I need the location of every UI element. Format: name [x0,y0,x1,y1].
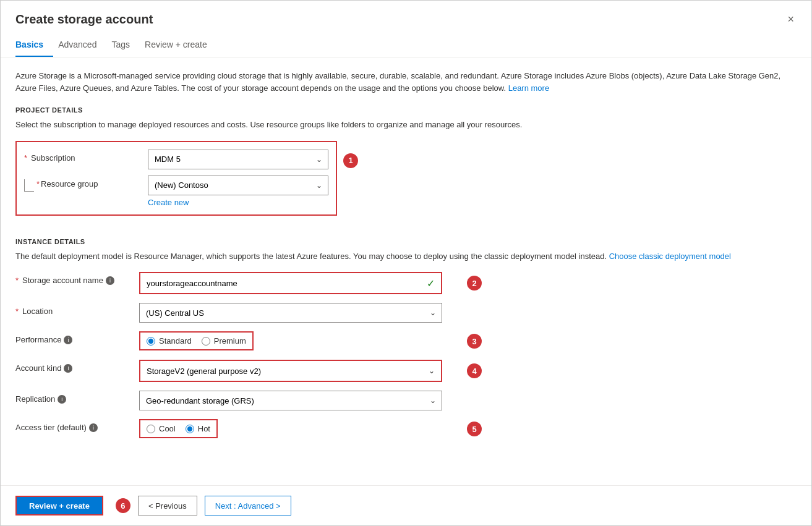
access-tier-hot-radio[interactable] [186,425,194,433]
access-tier-label: Access tier (default) i [15,419,139,432]
review-create-button[interactable]: Review + create [15,496,103,515]
annotation-5: 5 [467,422,482,436]
storage-account-name-input[interactable] [140,273,441,293]
instance-details-title: INSTANCE DETAILS [15,238,797,245]
annotation-1: 1 [343,153,358,168]
replication-label: Replication i [15,391,139,404]
next-button[interactable]: Next : Advanced > [205,496,291,515]
tab-review-create[interactable]: Review + create [145,33,217,57]
dialog-title: Create storage account [15,12,153,27]
annotation-3: 3 [467,334,482,349]
performance-standard-radio[interactable] [147,337,155,346]
subscription-select[interactable]: MDM 5 [148,150,328,169]
annotation-2: 2 [467,276,482,291]
tab-advanced[interactable]: Advanced [58,33,106,57]
annotation-6: 6 [116,498,130,513]
performance-premium-option[interactable]: Premium [202,336,246,346]
checkmark-icon: ✓ [427,278,435,289]
performance-info-icon: i [64,336,72,344]
location-label: * Location [15,303,139,316]
create-new-link[interactable]: Create new [148,198,189,207]
close-button[interactable]: × [785,11,797,28]
location-select[interactable]: (US) Central US [139,303,442,323]
access-tier-hot-option[interactable]: Hot [186,424,210,433]
performance-label: Performance i [15,331,139,344]
project-details-title: PROJECT DETAILS [15,106,797,114]
tab-basics[interactable]: Basics [15,33,53,57]
tab-bar: Basics Advanced Tags Review + create [1,33,811,57]
storage-name-info-icon: i [106,276,114,285]
learn-more-link[interactable]: Learn more [508,83,549,93]
storage-description: Azure Storage is a Microsoft-managed ser… [15,70,797,94]
classic-deployment-link[interactable]: Choose classic deployment model [609,252,731,261]
access-tier-hot-label: Hot [198,424,210,433]
access-tier-cool-option[interactable]: Cool [147,424,176,433]
access-tier-info-icon: i [89,423,98,432]
access-tier-cool-label: Cool [159,424,176,433]
tab-tags[interactable]: Tags [111,33,140,57]
account-kind-info-icon: i [64,364,72,373]
footer: Review + create 6 < Previous Next : Adva… [1,485,811,525]
performance-standard-option[interactable]: Standard [147,336,192,346]
access-tier-cool-radio[interactable] [147,425,155,433]
replication-select[interactable]: Geo-redundant storage (GRS) [139,391,442,410]
replication-info-icon: i [58,395,66,404]
previous-button[interactable]: < Previous [138,496,197,515]
project-details-desc: Select the subscription to manage deploy… [15,119,797,131]
main-content: Azure Storage is a Microsoft-managed ser… [1,57,811,485]
subscription-label: * Subscription [24,150,148,163]
resource-group-select[interactable]: (New) Contoso [148,176,328,195]
storage-account-name-label: * Storage account name i [15,272,139,285]
performance-premium-label: Premium [214,336,246,346]
instance-details-desc: The default deployment model is Resource… [15,250,797,263]
annotation-4: 4 [467,363,482,378]
resource-group-label: Resource group [41,179,98,189]
account-kind-label: Account kind i [15,360,139,373]
performance-standard-label: Standard [159,336,192,346]
performance-premium-radio[interactable] [202,337,210,346]
account-kind-select[interactable]: StorageV2 (general purpose v2) [140,361,441,381]
